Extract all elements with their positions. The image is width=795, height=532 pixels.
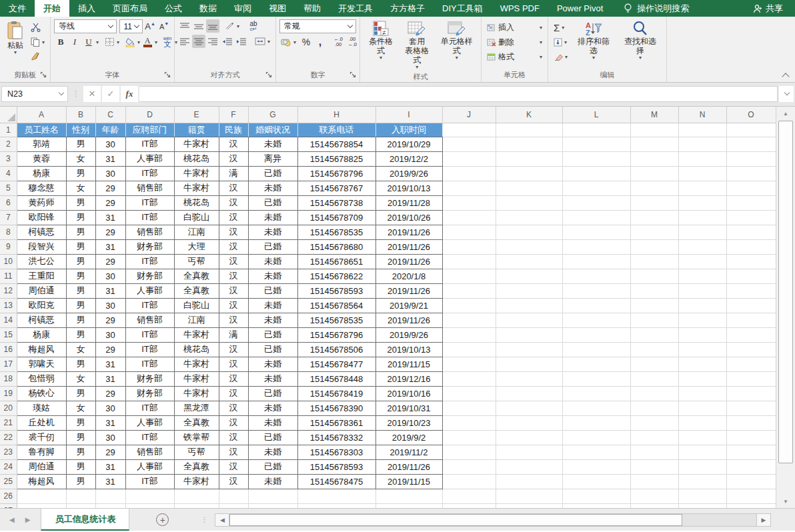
cell-I14[interactable]: 2019/11/26 <box>375 313 442 327</box>
cell-N14[interactable] <box>678 313 726 327</box>
cell-N23[interactable] <box>678 445 726 459</box>
cell-C6[interactable]: 29 <box>95 195 125 210</box>
cell-I25[interactable]: 2019/11/15 <box>375 474 442 489</box>
cell-L24[interactable] <box>562 459 630 474</box>
cell-O23[interactable] <box>726 445 776 459</box>
cell-G19[interactable]: 已婚 <box>248 386 297 401</box>
column-header-H[interactable]: H <box>297 107 375 123</box>
cell-L11[interactable] <box>562 269 630 283</box>
cell-A10[interactable]: 洪七公 <box>17 254 66 269</box>
cell-M14[interactable] <box>630 313 678 327</box>
cell-E21[interactable]: 全真教 <box>174 415 219 430</box>
cell-A11[interactable]: 王重阳 <box>17 269 66 283</box>
row-number-1[interactable]: 1 <box>0 123 17 137</box>
cell-D17[interactable]: IT部 <box>125 357 174 371</box>
column-header-J[interactable]: J <box>442 107 496 123</box>
column-header-K[interactable]: K <box>496 107 562 123</box>
column-header-N[interactable]: N <box>678 107 726 123</box>
cell-E7[interactable]: 白驼山 <box>174 210 219 225</box>
cell-A13[interactable]: 欧阳克 <box>17 298 66 313</box>
cell-I18[interactable]: 2019/12/16 <box>375 371 442 386</box>
cell-D3[interactable]: 人事部 <box>125 151 174 166</box>
cell-E4[interactable]: 牛家村 <box>174 166 219 181</box>
cell-J8[interactable] <box>442 225 496 239</box>
cell-J24[interactable] <box>442 459 496 474</box>
confirm-entry-button[interactable]: ✓ <box>102 86 119 102</box>
cell-A27[interactable] <box>17 503 66 508</box>
cell-G11[interactable]: 未婚 <box>248 269 297 283</box>
cell-F8[interactable]: 汉 <box>219 225 248 239</box>
cell-G26[interactable] <box>248 489 297 503</box>
row-number-23[interactable]: 23 <box>0 445 17 459</box>
cell-E15[interactable]: 牛家村 <box>174 327 219 342</box>
bold-button[interactable]: B <box>54 35 67 49</box>
cell-L9[interactable] <box>562 239 630 254</box>
cell-A7[interactable]: 欧阳锋 <box>17 210 66 225</box>
cell-M2[interactable] <box>630 137 678 151</box>
cell-A20[interactable]: 瑛姑 <box>17 401 66 415</box>
cell-A2[interactable]: 郭靖 <box>17 137 66 151</box>
font-dialog-launcher[interactable] <box>164 71 171 79</box>
alignment-dialog-launcher[interactable] <box>265 71 273 79</box>
cell-O24[interactable] <box>726 459 776 474</box>
cell-B15[interactable]: 男 <box>66 327 95 342</box>
row-number-3[interactable]: 3 <box>0 151 17 166</box>
borders-button[interactable] <box>103 35 116 49</box>
row-number-25[interactable]: 25 <box>0 474 17 489</box>
row-number-4[interactable]: 4 <box>0 166 17 181</box>
cell-N20[interactable] <box>678 401 726 415</box>
cell-J13[interactable] <box>442 298 496 313</box>
cell-E16[interactable]: 桃花岛 <box>174 342 219 357</box>
align-center-button[interactable] <box>192 35 205 48</box>
cell-N1[interactable] <box>678 123 726 137</box>
paste-dropdown-arrow[interactable]: ▾ <box>14 50 17 55</box>
cell-E3[interactable]: 桃花岛 <box>174 151 219 166</box>
scroll-up-arrow[interactable]: ▲ <box>776 107 795 120</box>
new-sheet-button[interactable]: + <box>156 509 169 531</box>
cell-D14[interactable]: 销售部 <box>125 313 174 327</box>
cell-A23[interactable]: 鲁有脚 <box>17 445 66 459</box>
cell-G16[interactable]: 已婚 <box>248 342 297 357</box>
cell-I17[interactable]: 2019/11/15 <box>375 357 442 371</box>
cell-F14[interactable]: 汉 <box>219 313 248 327</box>
percent-style-button[interactable]: % <box>299 35 313 49</box>
cell-G5[interactable]: 未婚 <box>248 181 297 195</box>
cell-F1[interactable]: 民族 <box>219 123 248 137</box>
cell-H16[interactable]: 15145678506 <box>297 342 375 357</box>
cell-L7[interactable] <box>562 210 630 225</box>
cell-K17[interactable] <box>496 357 562 371</box>
cell-N12[interactable] <box>678 283 726 298</box>
decrease-indent-button[interactable] <box>220 35 233 48</box>
increase-font-size-button[interactable]: A▲ <box>143 20 157 33</box>
cell-G15[interactable]: 已婚 <box>248 327 297 342</box>
cell-F17[interactable]: 汉 <box>219 357 248 371</box>
cell-A9[interactable]: 段智兴 <box>17 239 66 254</box>
cell-C19[interactable]: 29 <box>95 386 125 401</box>
cell-H12[interactable]: 15145678593 <box>297 283 375 298</box>
cell-B4[interactable]: 男 <box>66 166 95 181</box>
formula-bar-splitter[interactable]: ⋮ <box>69 89 82 98</box>
cell-J5[interactable] <box>442 181 496 195</box>
cell-D11[interactable]: 财务部 <box>125 269 174 283</box>
cell-B23[interactable]: 男 <box>66 445 95 459</box>
cell-L12[interactable] <box>562 283 630 298</box>
cell-F23[interactable]: 汉 <box>219 445 248 459</box>
cell-B18[interactable]: 女 <box>66 371 95 386</box>
cell-G7[interactable]: 未婚 <box>248 210 297 225</box>
cell-L15[interactable] <box>562 327 630 342</box>
cell-E18[interactable]: 牛家村 <box>174 371 219 386</box>
increase-indent-button[interactable] <box>234 35 247 48</box>
cell-A24[interactable]: 周伯通 <box>17 459 66 474</box>
cell-J6[interactable] <box>442 195 496 210</box>
cell-B27[interactable] <box>66 503 95 508</box>
cell-O3[interactable] <box>726 151 776 166</box>
ribbon-tab-页面布局[interactable]: 页面布局 <box>104 0 156 17</box>
ribbon-tab-方方格子[interactable]: 方方格子 <box>381 0 434 17</box>
cell-K15[interactable] <box>496 327 562 342</box>
cell-J25[interactable] <box>442 474 496 489</box>
cell-K21[interactable] <box>496 415 562 430</box>
cell-A21[interactable]: 丘处机 <box>17 415 66 430</box>
insert-function-button[interactable]: fx <box>121 86 138 102</box>
cell-B10[interactable]: 男 <box>66 254 95 269</box>
cell-G13[interactable]: 未婚 <box>248 298 297 313</box>
